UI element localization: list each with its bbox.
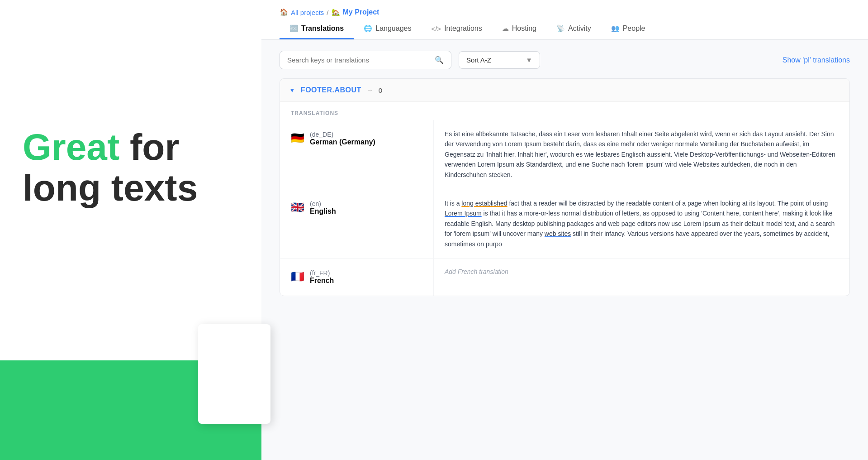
link-lorem-ipsum[interactable]: Lorem Ipsum — [445, 210, 482, 217]
hero-for-text: for — [119, 126, 179, 168]
tab-activity-label: Activity — [568, 24, 591, 33]
link-web-sites[interactable]: web sites — [545, 230, 571, 237]
search-box[interactable]: 🔍 — [280, 51, 451, 69]
nav-tabs: 🔤 Translations 🌐 Languages </> Integrati… — [280, 18, 850, 39]
tab-integrations-label: Integrations — [444, 24, 482, 33]
translations-section-label: TRANSLATIONS — [280, 102, 849, 120]
group-key: FOOTER.ABOUT — [301, 86, 361, 94]
translation-group: ▼ FOOTER.ABOUT → 0 TRANSLATIONS 🇩🇪 (de_D… — [280, 78, 850, 296]
right-panel: 🏠 All projects / 🏡 My Project 🔤 Translat… — [261, 0, 868, 460]
home-icon: 🏠 — [280, 8, 288, 16]
lang-name-fr: French — [310, 277, 334, 285]
breadcrumb: 🏠 All projects / 🏡 My Project — [280, 0, 850, 16]
sort-dropdown[interactable]: Sort A-Z ▼ — [459, 51, 540, 69]
table-row: 🇫🇷 (fr_FR) French Add French translation — [280, 259, 849, 296]
people-icon: 👥 — [611, 24, 620, 33]
all-projects-link[interactable]: All projects — [291, 9, 324, 16]
tab-people[interactable]: 👥 People — [601, 18, 655, 39]
left-panel: Great for long texts — [0, 0, 261, 460]
search-icon: 🔍 — [435, 56, 444, 64]
lang-cell-fr: 🇫🇷 (fr_FR) French — [280, 259, 434, 296]
hero-green-text: Great — [23, 126, 119, 168]
integrations-icon: </> — [431, 25, 441, 33]
link-long-established[interactable]: long established — [461, 200, 507, 207]
text-cell-fr[interactable]: Add French translation — [434, 259, 849, 296]
flag-de: 🇩🇪 — [291, 132, 304, 144]
tab-people-label: People — [623, 24, 645, 33]
lang-name-de: German (Germany) — [310, 138, 375, 146]
project-icon: 🏡 — [332, 8, 340, 16]
text-cell-de[interactable]: Es ist eine altbekannte Tatsache, dass e… — [434, 120, 849, 189]
table-row: 🇩🇪 (de_DE) German (Germany) Es ist eine … — [280, 120, 849, 189]
text-cell-en[interactable]: It is a long established fact that a rea… — [434, 189, 849, 258]
tab-languages[interactable]: 🌐 Languages — [354, 18, 421, 39]
tab-integrations[interactable]: </> Integrations — [421, 18, 492, 39]
lang-info-fr: (fr_FR) French — [310, 269, 334, 285]
translations-icon: 🔤 — [289, 24, 298, 33]
chevron-down-icon: ▼ — [526, 56, 532, 64]
sort-label: Sort A-Z — [466, 56, 491, 64]
top-nav: 🏠 All projects / 🏡 My Project 🔤 Translat… — [261, 0, 868, 40]
tab-translations-label: Translations — [301, 24, 344, 33]
group-header: ▼ FOOTER.ABOUT → 0 — [280, 79, 849, 102]
book-card-decoration — [198, 324, 270, 424]
group-count: 0 — [379, 86, 382, 94]
lang-code-en: (en) — [310, 200, 336, 207]
group-arrow-icon: → — [367, 86, 373, 94]
tab-activity[interactable]: 📡 Activity — [546, 18, 601, 39]
flag-en: 🇬🇧 — [291, 201, 304, 214]
search-input[interactable] — [287, 56, 430, 64]
content-area[interactable]: ▼ FOOTER.ABOUT → 0 TRANSLATIONS 🇩🇪 (de_D… — [261, 78, 868, 460]
lang-code-fr: (fr_FR) — [310, 269, 334, 277]
lang-cell-de: 🇩🇪 (de_DE) German (Germany) — [280, 120, 434, 189]
activity-icon: 📡 — [556, 24, 565, 33]
group-chevron-icon[interactable]: ▼ — [289, 86, 295, 94]
lang-name-en: English — [310, 207, 336, 216]
flag-fr: 🇫🇷 — [291, 270, 304, 283]
translation-text-en: It is a long established fact that a rea… — [445, 198, 839, 249]
add-translation-placeholder: Add French translation — [445, 268, 508, 275]
project-name: My Project — [343, 8, 379, 16]
tab-hosting[interactable]: ☁ Hosting — [492, 18, 546, 39]
search-area: 🔍 Sort A-Z ▼ Show 'pl' translations — [261, 40, 868, 78]
breadcrumb-separator: / — [327, 9, 328, 16]
lang-info-de: (de_DE) German (Germany) — [310, 131, 375, 146]
lang-cell-en: 🇬🇧 (en) English — [280, 189, 434, 258]
tab-translations[interactable]: 🔤 Translations — [280, 18, 354, 39]
show-translation-button[interactable]: Show 'pl' translations — [783, 56, 850, 64]
lang-info-en: (en) English — [310, 200, 336, 216]
hosting-icon: ☁ — [502, 24, 509, 33]
tab-hosting-label: Hosting — [512, 24, 536, 33]
lang-code-de: (de_DE) — [310, 131, 375, 138]
hero-text: Great for long texts — [23, 127, 239, 208]
translation-text-de: Es ist eine altbekannte Tatsache, dass e… — [445, 129, 839, 180]
table-row: 🇬🇧 (en) English It is a long established… — [280, 189, 849, 259]
tab-languages-label: Languages — [375, 24, 411, 33]
hero-line2-text: long texts — [23, 167, 198, 208]
languages-icon: 🌐 — [364, 24, 372, 33]
